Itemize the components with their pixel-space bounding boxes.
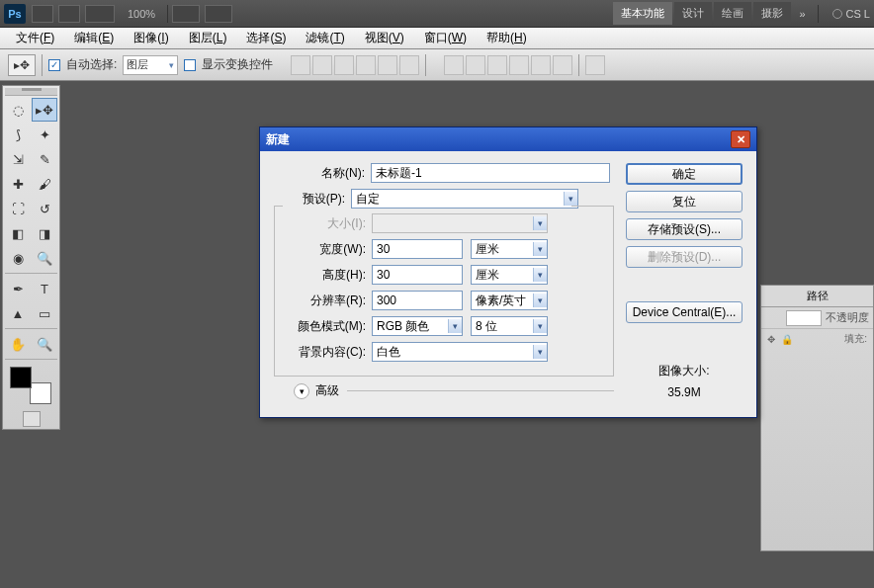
lasso-tool-icon[interactable]: ⟆ — [5, 123, 31, 146]
move-tool-icon[interactable]: ▸✥ — [32, 98, 57, 122]
eyedropper-tool-icon[interactable]: ✎ — [32, 147, 57, 171]
ok-button[interactable]: 确定 — [626, 163, 743, 185]
resolution-input[interactable] — [372, 291, 463, 310]
align-hcenter-icon[interactable] — [378, 55, 397, 75]
dist-bottom-icon[interactable] — [487, 55, 507, 75]
screen-mode-icon[interactable] — [172, 5, 200, 23]
marquee-tool-icon[interactable]: ◌ — [5, 98, 31, 122]
brush-tool-icon[interactable]: 🖌 — [32, 172, 57, 196]
menu-edit[interactable]: 编辑(E) — [64, 28, 124, 48]
color-mode-label: 颜色模式(M): — [275, 318, 372, 335]
align-top-icon[interactable] — [291, 55, 310, 75]
menu-filter[interactable]: 滤镜(T) — [296, 28, 354, 48]
width-unit-select[interactable]: 厘米▾ — [471, 239, 548, 259]
options-bar: ▸✥ ✓ 自动选择: 图层▾ ✓ 显示变换控件 — [0, 49, 874, 81]
auto-select-label: 自动选择: — [66, 56, 117, 73]
wand-tool-icon[interactable]: ✦ — [32, 123, 57, 146]
preset-label: 预设(P): — [274, 191, 351, 208]
menu-image[interactable]: 图像(I) — [124, 28, 178, 48]
auto-select-checkbox[interactable]: ✓ — [48, 59, 60, 71]
lock-icon[interactable]: 🔒 — [781, 334, 793, 345]
gradient-tool-icon[interactable]: ◨ — [32, 221, 57, 245]
type-tool-icon[interactable]: T — [32, 277, 57, 300]
menu-view[interactable]: 视图(V) — [355, 28, 414, 48]
device-central-button[interactable]: Device Central(E)... — [626, 301, 743, 323]
color-swatches[interactable] — [5, 367, 57, 406]
auto-select-target[interactable]: 图层▾ — [123, 55, 178, 75]
name-label: 名称(N): — [274, 165, 371, 182]
width-label: 宽度(W): — [275, 241, 372, 258]
background-select[interactable]: 白色▾ — [372, 342, 548, 362]
show-transform-checkbox[interactable]: ✓ — [184, 59, 196, 71]
current-tool-indicator[interactable]: ▸✥ — [8, 54, 36, 76]
workspace-tab-essentials[interactable]: 基本功能 — [613, 2, 672, 25]
blend-mode-select[interactable] — [786, 310, 822, 326]
shape-tool-icon[interactable]: ▭ — [32, 301, 57, 325]
background-label: 背景内容(C): — [275, 344, 372, 361]
menu-bar: 文件(F) 编辑(E) 图像(I) 图层(L) 选择(S) 滤镜(T) 视图(V… — [0, 28, 874, 49]
dialog-titlebar[interactable]: 新建 ✕ — [260, 127, 756, 151]
lock-move-icon[interactable]: ✥ — [767, 334, 775, 345]
quickmask-icon[interactable] — [23, 411, 41, 427]
workspace-more[interactable]: » — [793, 8, 811, 20]
toolbox: ◌ ▸✥ ⟆ ✦ ⇲ ✎ ✚ 🖌 ⛶ ↺ ◧ ◨ ◉ 🔍 ✒ T ▲ ▭ ✋ 🔍 — [2, 85, 60, 430]
minibridge-icon[interactable] — [58, 5, 80, 23]
align-vcenter-icon[interactable] — [312, 55, 332, 75]
menu-file[interactable]: 文件(F) — [6, 28, 64, 48]
align-bottom-icon[interactable] — [334, 55, 354, 75]
show-transform-label: 显示变换控件 — [202, 56, 273, 73]
height-input[interactable] — [372, 265, 463, 285]
image-size-label: 图像大小: — [626, 363, 743, 379]
heal-tool-icon[interactable]: ✚ — [5, 172, 31, 196]
workspace-tab-paint[interactable]: 绘画 — [714, 2, 751, 25]
extras-icon[interactable] — [205, 5, 232, 23]
bridge-icon[interactable] — [32, 5, 53, 23]
menu-select[interactable]: 选择(S) — [236, 28, 296, 48]
hand-tool-icon[interactable]: ✋ — [5, 332, 31, 356]
dist-right-icon[interactable] — [553, 55, 572, 75]
zoom-tool-icon[interactable]: 🔍 — [32, 332, 57, 356]
stamp-tool-icon[interactable]: ⛶ — [5, 197, 31, 220]
menu-help[interactable]: 帮助(H) — [477, 28, 537, 48]
color-mode-select[interactable]: RGB 颜色▾ — [372, 316, 463, 336]
pen-tool-icon[interactable]: ✒ — [5, 277, 31, 300]
eraser-tool-icon[interactable]: ◧ — [5, 221, 31, 245]
auto-align-icon[interactable] — [585, 55, 605, 75]
width-input[interactable] — [372, 239, 463, 259]
cs-live[interactable]: CS L — [832, 8, 870, 20]
resolution-label: 分辨率(R): — [275, 293, 372, 309]
dist-hcenter-icon[interactable] — [531, 55, 551, 75]
reset-button[interactable]: 复位 — [626, 191, 743, 212]
path-select-icon[interactable]: ▲ — [5, 301, 31, 325]
dist-left-icon[interactable] — [509, 55, 529, 75]
toolbox-grip[interactable] — [5, 88, 57, 96]
align-left-icon[interactable] — [356, 55, 376, 75]
background-color[interactable] — [30, 382, 51, 404]
opacity-label: 不透明度 — [826, 310, 869, 325]
arrange-icon[interactable] — [85, 5, 115, 23]
size-select: ▾ — [372, 213, 548, 233]
resolution-unit-select[interactable]: 像素/英寸▾ — [471, 291, 548, 310]
blur-tool-icon[interactable]: ◉ — [5, 246, 31, 270]
advanced-toggle[interactable]: ▾ 高级 — [274, 382, 614, 399]
dodge-tool-icon[interactable]: 🔍 — [32, 246, 57, 270]
workspace-tab-design[interactable]: 设计 — [674, 2, 712, 25]
history-brush-icon[interactable]: ↺ — [32, 197, 57, 220]
zoom-level[interactable]: 100% — [128, 8, 155, 20]
dist-vcenter-icon[interactable] — [466, 55, 485, 75]
dist-top-icon[interactable] — [444, 55, 464, 75]
height-unit-select[interactable]: 厘米▾ — [471, 265, 548, 285]
foreground-color[interactable] — [10, 367, 32, 388]
close-button[interactable]: ✕ — [731, 130, 750, 148]
chevron-down-icon: ▾ — [294, 383, 309, 399]
paths-tab[interactable]: 路径 — [761, 286, 873, 306]
align-right-icon[interactable] — [399, 55, 419, 75]
workspace-tab-photo[interactable]: 摄影 — [753, 2, 791, 25]
menu-layer[interactable]: 图层(L) — [179, 28, 237, 48]
name-input[interactable] — [371, 163, 610, 183]
menu-window[interactable]: 窗口(W) — [414, 28, 477, 48]
crop-tool-icon[interactable]: ⇲ — [5, 147, 31, 171]
bit-depth-select[interactable]: 8 位▾ — [471, 316, 548, 336]
save-preset-button[interactable]: 存储预设(S)... — [626, 218, 743, 240]
app-topbar: Ps 100% 基本功能 设计 绘画 摄影 » CS L — [0, 0, 874, 28]
